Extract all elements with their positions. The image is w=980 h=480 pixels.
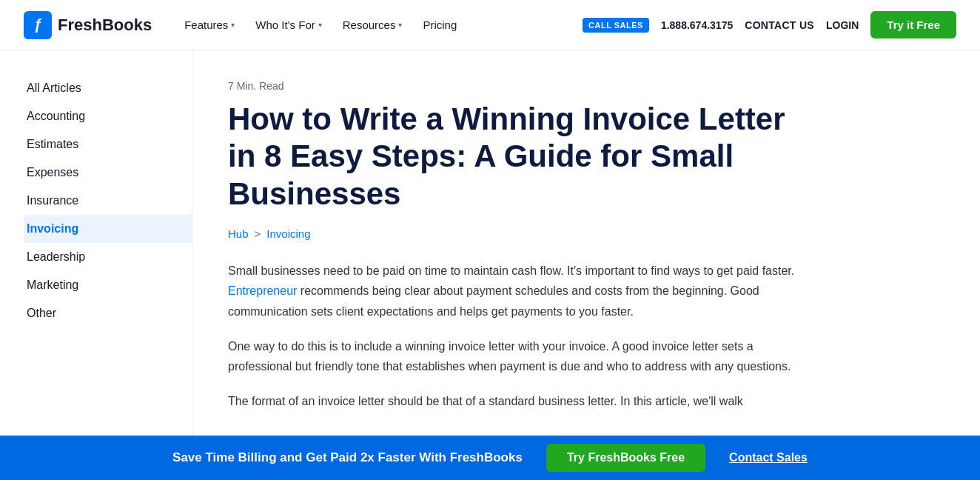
header-right: CALL SALES 1.888.674.3175 CONTACT US LOG…: [583, 11, 956, 39]
cta-contact-link[interactable]: Contact Sales: [729, 451, 808, 456]
breadcrumb-separator: >: [255, 227, 261, 240]
chevron-down-icon: ▾: [231, 21, 235, 29]
article-paragraph-2: One way to do this is to include a winni…: [228, 336, 814, 376]
header: ƒ FreshBooks Features ▾ Who It's For ▾ R…: [0, 0, 980, 50]
breadcrumb-hub-link[interactable]: Hub: [228, 227, 249, 240]
breadcrumb-section-link[interactable]: Invoicing: [266, 227, 310, 240]
nav-features[interactable]: Features ▾: [175, 13, 244, 37]
sidebar-item-estimates[interactable]: Estimates: [24, 130, 192, 159]
cta-text: Save Time Billing and Get Paid 2x Faster…: [172, 450, 523, 456]
article-body: Small businesses need to be paid on time…: [228, 261, 814, 411]
logo-link[interactable]: ƒ FreshBooks: [24, 11, 152, 39]
sidebar-item-invoicing[interactable]: Invoicing: [24, 215, 192, 243]
sidebar-item-expenses[interactable]: Expenses: [24, 159, 192, 187]
read-time: 7 Min. Read: [228, 80, 814, 92]
sidebar-item-all-articles[interactable]: All Articles: [24, 74, 192, 102]
sidebar-item-other[interactable]: Other: [24, 299, 192, 327]
sidebar-item-marketing[interactable]: Marketing: [24, 271, 192, 299]
cta-try-button[interactable]: Try FreshBooks Free: [546, 444, 705, 456]
login-link[interactable]: LOGIN: [826, 19, 859, 31]
phone-number[interactable]: 1.888.674.3175: [661, 19, 733, 31]
bottom-cta-bar: Save Time Billing and Get Paid 2x Faster…: [0, 436, 980, 456]
try-free-button[interactable]: Try it Free: [870, 11, 956, 39]
logo-icon: ƒ: [24, 11, 52, 39]
logo-text: FreshBooks: [58, 16, 152, 35]
chevron-down-icon: ▾: [398, 21, 402, 29]
contact-us-link[interactable]: CONTACT US: [745, 19, 814, 31]
nav-resources[interactable]: Resources ▾: [334, 13, 412, 37]
page-layout: All Articles Accounting Estimates Expens…: [0, 50, 980, 456]
sidebar-item-insurance[interactable]: Insurance: [24, 187, 192, 215]
sidebar: All Articles Accounting Estimates Expens…: [0, 50, 192, 456]
sidebar-item-accounting[interactable]: Accounting: [24, 102, 192, 130]
nav-pricing[interactable]: Pricing: [414, 13, 466, 37]
article-paragraph-1: Small businesses need to be paid on time…: [228, 261, 814, 321]
nav-who-its-for[interactable]: Who It's For ▾: [246, 13, 330, 37]
call-sales-badge[interactable]: CALL SALES: [583, 18, 649, 33]
chevron-down-icon: ▾: [318, 21, 322, 29]
main-nav: Features ▾ Who It's For ▾ Resources ▾ Pr…: [175, 13, 583, 37]
article-title: How to Write a Winning Invoice Letter in…: [228, 101, 814, 213]
breadcrumb: Hub > Invoicing: [228, 227, 814, 240]
sidebar-item-leadership[interactable]: Leadership: [24, 243, 192, 271]
article-paragraph-3: The format of an invoice letter should b…: [228, 391, 814, 411]
main-content: 7 Min. Read How to Write a Winning Invoi…: [192, 50, 859, 456]
entrepreneur-link[interactable]: Entrepreneur: [228, 284, 297, 297]
